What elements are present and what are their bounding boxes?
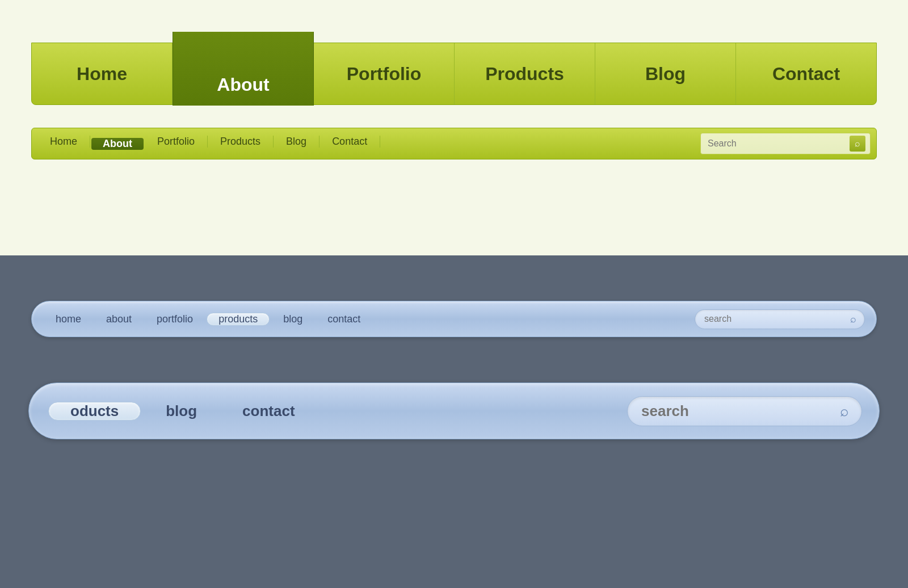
nav3-item-portfolio[interactable]: portfolio (144, 313, 205, 325)
nav2-item-portfolio[interactable]: Portfolio (145, 136, 208, 148)
nav4-item-products[interactable]: oducts (48, 402, 141, 421)
nav4-items: oducts blog contact (46, 397, 616, 425)
nav3-search-container: ⌕ (695, 309, 865, 329)
nav3: home about portfolio products blog conta… (31, 301, 877, 337)
nav4-search-input[interactable] (637, 401, 836, 421)
nav2-item-products[interactable]: Products (208, 136, 274, 148)
nav1-item-blog[interactable]: Blog (595, 43, 736, 104)
nav2-item-home[interactable]: Home (37, 136, 90, 148)
nav2-search-container: ⌕ (700, 133, 871, 154)
nav3-search-input[interactable] (701, 313, 848, 325)
nav3-search-icon: ⌕ (850, 313, 856, 325)
nav2-search-button[interactable]: ⌕ (850, 136, 865, 152)
nav2-search-icon: ⌕ (855, 138, 860, 149)
nav3-item-home[interactable]: home (43, 313, 94, 325)
nav2: Home About Portfolio Products Blog Conta… (31, 128, 877, 159)
nav1-item-products[interactable]: Products (455, 43, 595, 104)
nav1: Home About Portfolio Products Blog Conta… (31, 43, 877, 105)
nav1-item-about[interactable]: About (173, 32, 314, 106)
nav3-items: home about portfolio products blog conta… (43, 309, 689, 329)
nav4-item-contact[interactable]: contact (220, 402, 317, 420)
nav3-item-blog[interactable]: blog (271, 313, 315, 325)
nav2-wrapper: Home About Portfolio Products Blog Conta… (0, 105, 908, 159)
nav1-item-home[interactable]: Home (32, 43, 173, 104)
nav3-item-products[interactable]: products (207, 313, 270, 326)
nav3-item-about[interactable]: about (94, 313, 144, 325)
nav1-item-contact[interactable]: Contact (736, 43, 876, 104)
nav4-search-icon: ⌕ (840, 402, 849, 419)
nav4-search-button[interactable]: ⌕ (836, 401, 852, 421)
nav2-search-input[interactable] (705, 137, 850, 150)
nav1-item-portfolio[interactable]: Portfolio (314, 43, 455, 104)
nav4-wrapper: oducts blog contact ⌕ (0, 337, 908, 439)
nav2-items: Home About Portfolio Products Blog Conta… (37, 136, 695, 152)
nav2-item-blog[interactable]: Blog (274, 136, 320, 148)
nav3-wrapper: home about portfolio products blog conta… (0, 255, 908, 337)
nav3-item-contact[interactable]: contact (315, 313, 373, 325)
nav4: oducts blog contact ⌕ (28, 383, 880, 439)
nav2-item-about[interactable]: About (91, 138, 144, 150)
nav4-item-blog[interactable]: blog (143, 402, 220, 420)
nav3-search-button[interactable]: ⌕ (848, 312, 859, 326)
nav2-item-contact[interactable]: Contact (320, 136, 380, 148)
nav4-search-container: ⌕ (627, 396, 862, 426)
nav1-wrapper: Home About Portfolio Products Blog Conta… (0, 0, 908, 105)
